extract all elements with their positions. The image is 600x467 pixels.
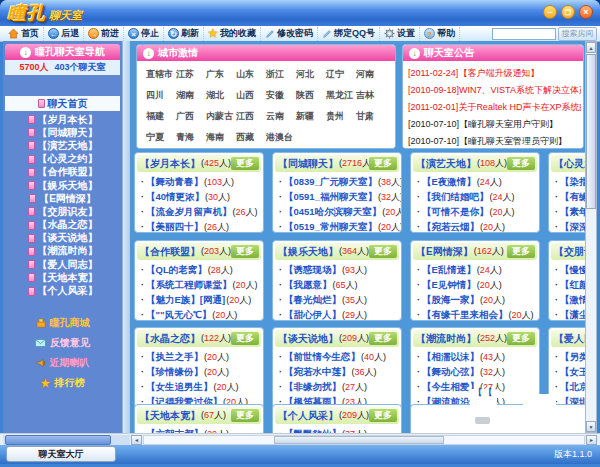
more-button[interactable]: 更多: [231, 332, 259, 345]
category-title[interactable]: 【同城聊天】: [278, 157, 338, 171]
sidebar-category-item[interactable]: 【天地本宽】: [3, 271, 122, 284]
room-item[interactable]: 【北京同: [549, 379, 585, 394]
vertical-scroll-thumb[interactable]: [586, 54, 596, 209]
room-item[interactable]: 【甜心伊人】(29人): [273, 307, 401, 321]
room-item[interactable]: 【飘飘欲仙】(37人): [273, 426, 401, 433]
notice-item[interactable]: [2010-07-10]【瞳孔聊天室用户守则】: [408, 116, 581, 133]
category-title[interactable]: 【水晶之恋】: [140, 332, 200, 346]
more-button[interactable]: 更多: [231, 409, 259, 422]
room-item[interactable]: 【染指流: [549, 174, 585, 189]
minimize-button[interactable]: [543, 5, 557, 19]
restore-button[interactable]: [561, 5, 575, 19]
city-link[interactable]: 贵州: [326, 110, 356, 123]
sidebar-category-item[interactable]: 【娱乐天地】: [3, 179, 122, 192]
room-item[interactable]: 【我愿意】(65人): [273, 277, 401, 292]
category-title[interactable]: 【潮流时尚】: [416, 332, 476, 346]
scroll-left-button[interactable]: [131, 435, 142, 445]
room-item[interactable]: 【40情更浓】(30人): [135, 189, 263, 204]
room-item[interactable]: 【股海一家】(20人): [411, 292, 539, 307]
sidebar-category-item[interactable]: 【演艺天地】: [3, 139, 122, 152]
city-link[interactable]: 青海: [176, 131, 206, 144]
category-title[interactable]: 【岁月本长】: [140, 157, 200, 171]
settings-gear-button[interactable]: 设置: [380, 27, 420, 41]
sidebar-category-item[interactable]: 【同城聊天】: [3, 126, 122, 139]
room-item[interactable]: 【相濡以沫】(43人): [411, 349, 539, 364]
room-item[interactable]: 【""风无心℃】(20人): [135, 307, 263, 321]
city-link[interactable]: 山东: [236, 68, 266, 81]
more-button[interactable]: 更多: [369, 157, 397, 170]
city-link[interactable]: 江苏: [176, 68, 206, 81]
forward-button[interactable]: →前进: [84, 27, 124, 41]
city-link[interactable]: 浙江: [266, 68, 296, 81]
room-item[interactable]: 【女王帝: [549, 364, 585, 379]
room-item[interactable]: 【E见钟情】(20人): [411, 277, 539, 292]
city-link[interactable]: 内蒙古: [206, 110, 236, 123]
notice-item[interactable]: [2010-07-10]【瞳孔聊天室管理员守则】: [408, 133, 581, 149]
room-item[interactable]: 【六朝古都】(20人): [135, 426, 263, 433]
sidebar-category-item[interactable]: 【交朋识友】: [3, 205, 122, 218]
room-item[interactable]: 【素年锦: [549, 204, 585, 219]
room-item[interactable]: 【执兰之手】(20人): [135, 349, 263, 364]
category-title[interactable]: 【演艺天地】: [416, 157, 476, 171]
room-item[interactable]: 【流金岁月留声机】(26人): [135, 204, 263, 219]
category-title[interactable]: 【个人风采】: [278, 409, 338, 423]
city-link[interactable]: 宁夏: [146, 131, 176, 144]
room-item[interactable]: 【女生追男生】(20人): [135, 379, 263, 394]
category-title[interactable]: 【E网情深】: [416, 245, 473, 259]
city-link[interactable]: 广东: [206, 68, 236, 81]
city-link[interactable]: 甘肃: [356, 110, 386, 123]
notice-item[interactable]: [2010-09-18]WIN7、VISTA系统下解决立体声混音: [408, 82, 581, 99]
city-link[interactable]: 安徽: [266, 89, 296, 102]
sidebar-link-mall[interactable]: 瞳孔商城: [3, 313, 122, 333]
sidebar-category-item[interactable]: 【谈天说地】: [3, 232, 122, 245]
sidebar-link-feedback[interactable]: 反馈意见: [3, 333, 122, 353]
city-link[interactable]: 山西: [236, 89, 266, 102]
sidebar-category-item[interactable]: 【心灵之约】: [3, 153, 122, 166]
more-button[interactable]: 更多: [507, 245, 535, 258]
category-title[interactable]: 【谈天说地】: [278, 332, 338, 346]
room-item[interactable]: 【舞动心弦】(32人): [411, 364, 539, 379]
room-item[interactable]: 【0591_福州聊天室】(32人): [273, 189, 401, 204]
home-button[interactable]: 首页: [4, 27, 44, 41]
content-vertical-scrollbar[interactable]: [585, 41, 597, 433]
help-button[interactable]: ?帮助: [420, 27, 460, 41]
room-item[interactable]: 【宛若水中莲】(36人): [273, 364, 401, 379]
room-item[interactable]: 【0839_广元聊天室】(38人): [273, 174, 401, 189]
city-link[interactable]: 福建: [146, 110, 176, 123]
favorites-star-button[interactable]: ★我的收藏: [204, 27, 261, 41]
sidebar-category-item[interactable]: 【水晶之恋】: [3, 219, 122, 232]
sidebar-category-item[interactable]: 【爱人同志】: [3, 258, 122, 271]
more-button[interactable]: 更多: [231, 245, 259, 258]
stop-button[interactable]: ×停止: [124, 27, 164, 41]
city-link[interactable]: 河北: [296, 68, 326, 81]
search-input[interactable]: [492, 28, 556, 40]
city-link[interactable]: 江西: [236, 110, 266, 123]
city-link[interactable]: 陕西: [296, 89, 326, 102]
room-item[interactable]: 【E夜激情】(24人): [411, 174, 539, 189]
edit-password-button[interactable]: 修改密码: [261, 27, 318, 41]
notice-item[interactable]: [2011-02-24]【客户端升级通知】: [408, 65, 581, 82]
category-title[interactable]: 【娱乐天地】: [278, 245, 338, 259]
sidebar-category-item[interactable]: 【E网情深】: [3, 192, 122, 205]
room-item[interactable]: 【美丽四十】(26人): [135, 219, 263, 233]
room-item[interactable]: 【激情男: [549, 292, 585, 307]
bind-qq-button[interactable]: 绑定QQ号: [318, 27, 380, 41]
city-link[interactable]: 四川: [146, 89, 176, 102]
more-button[interactable]: 更多: [369, 245, 397, 258]
room-item[interactable]: 【诱惑现场】(93人): [273, 262, 401, 277]
sidebar-link-ranking[interactable]: ★排行榜: [3, 373, 122, 393]
more-button[interactable]: 更多: [507, 332, 535, 345]
room-item[interactable]: 【系统工程师课堂】(20人): [135, 277, 263, 292]
more-button[interactable]: 更多: [231, 157, 259, 170]
city-link[interactable]: 西藏: [236, 131, 266, 144]
sidebar-vertical-scrollbar[interactable]: [122, 41, 130, 433]
category-title[interactable]: 【交朋识友】: [554, 245, 585, 259]
room-item[interactable]: 【非缘勿扰】(27人): [273, 379, 401, 394]
category-title[interactable]: 【合作联盟】: [140, 245, 200, 259]
room-item[interactable]: 【慢慢地: [549, 262, 585, 277]
room-item[interactable]: 【珍惜缘份】(20人): [135, 364, 263, 379]
sidebar-horizontal-scroll-thumb[interactable]: [5, 435, 111, 445]
notice-item[interactable]: [2011-02-01]关于Realtek HD声卡在XP系统的设置: [408, 99, 581, 116]
city-link[interactable]: 辽宁: [326, 68, 356, 81]
city-link[interactable]: 湖南: [176, 89, 206, 102]
